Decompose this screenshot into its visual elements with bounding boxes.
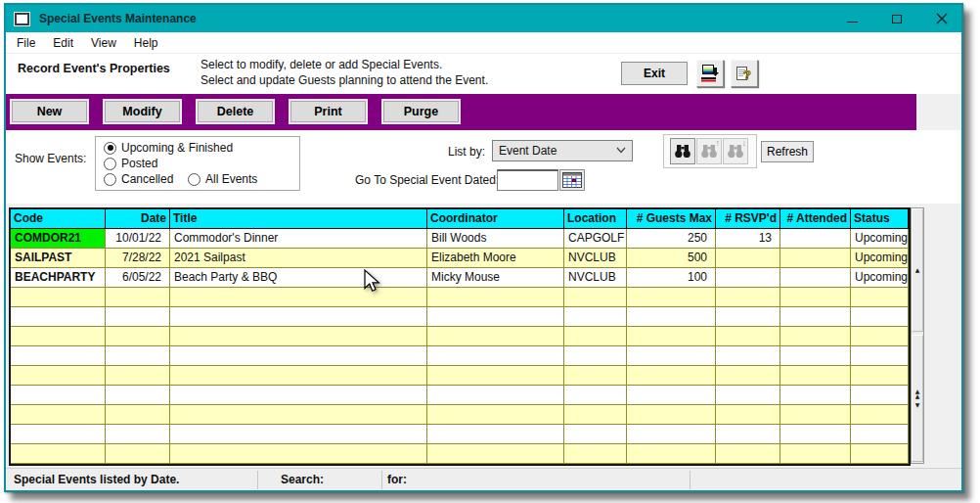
table-cell[interactable] xyxy=(564,444,627,463)
calendar-button[interactable] xyxy=(559,169,585,191)
table-cell[interactable]: SAILPAST xyxy=(11,249,106,267)
table-row[interactable]: SAILPAST7/28/222021 SailpastElizabeth Mo… xyxy=(11,249,909,268)
table-cell[interactable] xyxy=(627,366,716,385)
table-cell[interactable]: 250 xyxy=(627,229,716,248)
table-cell[interactable] xyxy=(11,425,106,443)
table-row[interactable] xyxy=(11,327,909,346)
table-cell[interactable] xyxy=(780,268,851,287)
table-cell[interactable] xyxy=(106,386,170,404)
table-cell[interactable] xyxy=(11,327,106,345)
table-cell[interactable] xyxy=(170,405,427,424)
table-cell[interactable] xyxy=(564,346,627,365)
menu-item-view[interactable]: View xyxy=(82,34,125,52)
table-cell[interactable] xyxy=(564,288,627,306)
table-cell[interactable]: CAPGOLF xyxy=(564,229,627,248)
table-cell[interactable]: Elizabeth Moore xyxy=(427,249,564,267)
table-cell[interactable] xyxy=(564,366,627,385)
table-cell[interactable] xyxy=(427,327,564,345)
table-cell[interactable] xyxy=(427,444,564,463)
table-cell[interactable] xyxy=(564,307,627,326)
goto-date-input[interactable] xyxy=(497,169,558,191)
table-cell[interactable] xyxy=(851,405,909,424)
table-cell[interactable] xyxy=(170,327,427,345)
table-cell[interactable] xyxy=(780,386,851,404)
table-cell[interactable] xyxy=(170,307,427,326)
table-cell[interactable] xyxy=(780,444,851,463)
table-cell[interactable]: Micky Mouse xyxy=(427,268,564,287)
help-button[interactable]: ? xyxy=(731,60,758,87)
refresh-button[interactable]: Refresh xyxy=(761,141,814,162)
menu-item-help[interactable]: Help xyxy=(125,34,167,52)
table-cell[interactable] xyxy=(716,366,780,385)
menu-item-edit[interactable]: Edit xyxy=(44,34,82,52)
radio-all-events[interactable]: All Events xyxy=(188,172,257,186)
table-cell[interactable]: 100 xyxy=(627,268,716,287)
table-cell[interactable] xyxy=(780,425,851,443)
close-button[interactable] xyxy=(921,5,962,32)
table-cell[interactable] xyxy=(427,288,564,306)
table-cell[interactable] xyxy=(564,425,627,443)
table-cell[interactable]: Upcoming xyxy=(851,268,909,287)
list-by-dropdown[interactable]: Event Date xyxy=(492,140,633,161)
find-next-button[interactable]: ↓ xyxy=(723,138,748,164)
table-row[interactable] xyxy=(11,288,909,307)
maximize-button[interactable] xyxy=(876,5,917,32)
table-cell[interactable]: BEACHPARTY xyxy=(11,268,106,287)
table-cell[interactable] xyxy=(716,386,780,404)
table-cell[interactable] xyxy=(780,366,851,385)
table-cell[interactable] xyxy=(780,229,851,248)
table-cell[interactable] xyxy=(716,327,780,345)
table-cell[interactable] xyxy=(11,346,106,365)
table-cell[interactable] xyxy=(170,346,427,365)
table-row[interactable] xyxy=(11,386,909,405)
table-cell[interactable] xyxy=(11,405,106,424)
table-cell[interactable] xyxy=(170,386,427,404)
table-cell[interactable]: 2021 Sailpast xyxy=(170,249,427,267)
table-cell[interactable] xyxy=(716,346,780,365)
table-cell[interactable] xyxy=(170,366,427,385)
table-cell[interactable] xyxy=(564,386,627,404)
table-row[interactable] xyxy=(11,346,909,366)
table-cell[interactable]: 6/05/22 xyxy=(106,268,170,287)
table-cell[interactable] xyxy=(170,288,427,306)
table-cell[interactable] xyxy=(851,366,909,385)
table-cell[interactable] xyxy=(170,444,427,463)
table-cell[interactable] xyxy=(106,346,170,365)
radio-cancelled[interactable]: Cancelled xyxy=(104,172,173,186)
table-cell[interactable] xyxy=(780,307,851,326)
table-cell[interactable] xyxy=(106,425,170,443)
table-cell[interactable] xyxy=(851,327,909,345)
table-cell[interactable] xyxy=(11,366,106,385)
find-button[interactable] xyxy=(670,138,695,164)
table-cell[interactable]: Commodor's Dinner xyxy=(170,229,427,248)
table-cell[interactable] xyxy=(106,327,170,345)
table-cell[interactable] xyxy=(627,444,716,463)
table-cell[interactable] xyxy=(11,307,106,326)
table-cell[interactable] xyxy=(627,307,716,326)
table-cell[interactable]: 13 xyxy=(716,229,780,248)
table-cell[interactable]: 10/01/22 xyxy=(106,229,170,248)
table-cell[interactable] xyxy=(716,405,780,424)
table-row[interactable]: BEACHPARTY6/05/22Beach Party & BBQMicky … xyxy=(11,268,909,288)
table-cell[interactable] xyxy=(851,386,909,404)
new-button[interactable]: New xyxy=(10,99,89,124)
delete-button[interactable]: Delete xyxy=(196,99,275,124)
table-row[interactable] xyxy=(11,307,909,327)
table-cell[interactable]: 500 xyxy=(627,249,716,267)
table-cell[interactable] xyxy=(106,288,170,306)
find-previous-button[interactable]: ↑ xyxy=(696,138,722,164)
table-cell[interactable]: Bill Woods xyxy=(427,229,564,248)
table-cell[interactable] xyxy=(716,288,780,306)
table-row[interactable] xyxy=(11,425,909,444)
table-cell[interactable] xyxy=(780,288,851,306)
table-cell[interactable] xyxy=(716,425,780,443)
scroll-page-control[interactable]: ▲ ▲ ▼ xyxy=(912,335,923,462)
exit-button[interactable]: Exit xyxy=(621,62,688,85)
table-row[interactable] xyxy=(11,405,909,425)
table-cell[interactable] xyxy=(780,346,851,365)
table-cell[interactable] xyxy=(627,346,716,365)
radio-posted[interactable]: Posted xyxy=(104,157,157,170)
table-cell[interactable] xyxy=(627,405,716,424)
table-cell[interactable] xyxy=(427,366,564,385)
table-cell[interactable] xyxy=(851,288,909,306)
